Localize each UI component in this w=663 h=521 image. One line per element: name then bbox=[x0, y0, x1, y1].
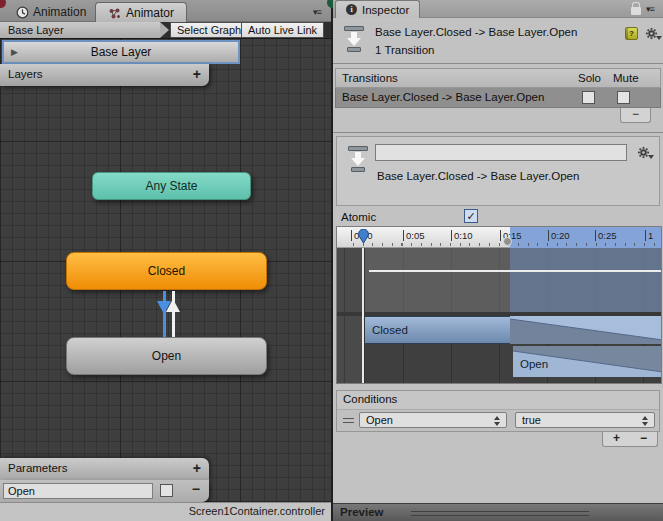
preview-drag-handle-icon[interactable] bbox=[411, 511, 589, 516]
preview-bar[interactable]: Preview bbox=[333, 503, 663, 521]
lock-icon[interactable] bbox=[631, 7, 641, 15]
transition-row-label: Base Layer.Closed -> Base Layer.Open bbox=[342, 88, 544, 106]
layers-footer: Layers + bbox=[0, 64, 209, 86]
help-book-icon[interactable]: ? bbox=[625, 27, 638, 40]
gear-icon[interactable] bbox=[637, 146, 650, 161]
inspector-header: Base Layer.Closed -> Base Layer.Open 1 T… bbox=[333, 18, 663, 64]
animator-panel: Animation Animator ▾≡ Base Layer Select … bbox=[0, 0, 331, 521]
transition-start-marker[interactable] bbox=[503, 237, 512, 246]
tab-animator[interactable]: Animator bbox=[95, 2, 187, 23]
layer-foldout-icon[interactable]: ▶ bbox=[11, 47, 18, 57]
condition-add-remove-bar: + − bbox=[602, 432, 658, 447]
drag-handle-icon[interactable] bbox=[343, 418, 354, 423]
separator bbox=[333, 132, 663, 133]
tab-inspector-label: Inspector bbox=[362, 4, 409, 16]
layer-row-base-layer[interactable]: ▶ Base Layer bbox=[2, 40, 240, 64]
parameters-label: Parameters bbox=[8, 458, 67, 479]
animator-icon bbox=[108, 7, 121, 20]
transition-list-row[interactable]: Base Layer.Closed -> Base Layer.Open bbox=[335, 88, 661, 108]
condition-row: Open true bbox=[337, 410, 659, 431]
tick-label: 0:20 bbox=[548, 230, 570, 241]
condition-value-dropdown[interactable]: true bbox=[515, 412, 655, 428]
solo-column-label: Solo bbox=[578, 69, 601, 87]
timeline-ruler[interactable]: 0:00 0:05 0:10 0:15 0:20 0:25 1 bbox=[337, 227, 661, 248]
clock-icon bbox=[16, 6, 29, 19]
check-icon: ✓ bbox=[466, 210, 475, 222]
gear-caret-icon bbox=[656, 36, 662, 40]
gear-caret-icon bbox=[648, 155, 654, 159]
tick-label: 1 bbox=[645, 230, 653, 241]
remove-transition-button[interactable]: − bbox=[620, 108, 651, 123]
tick-label: 0:25 bbox=[595, 230, 617, 241]
transition-detail-box: Base Layer.Closed -> Base Layer.Open bbox=[336, 136, 660, 206]
transition-arrow-reverse[interactable] bbox=[172, 291, 175, 337]
playhead-icon[interactable] bbox=[358, 229, 369, 244]
dropdown-caret-icon bbox=[642, 416, 649, 426]
closed-fade-wedge bbox=[510, 316, 662, 344]
state-node-open[interactable]: Open bbox=[66, 337, 267, 375]
layers-label: Layers bbox=[8, 64, 43, 85]
playhead-line[interactable] bbox=[362, 248, 364, 383]
transitions-header-label: Transitions bbox=[342, 69, 398, 87]
inspector-tab-bar: i Inspector ▾≡ bbox=[333, 0, 663, 18]
condition-value: true bbox=[522, 414, 541, 426]
blend-weight-line bbox=[369, 270, 661, 272]
remove-parameter-button[interactable]: − bbox=[192, 481, 200, 497]
preview-label: Preview bbox=[340, 504, 383, 521]
conditions-box: Conditions Open true bbox=[336, 390, 660, 432]
mute-column-label: Mute bbox=[613, 69, 639, 87]
tab-inspector[interactable]: i Inspector bbox=[335, 0, 420, 18]
transition-detail-label: Base Layer.Closed -> Base Layer.Open bbox=[377, 170, 579, 182]
state-node-closed[interactable]: Closed bbox=[66, 252, 267, 290]
breadcrumb-chevron-icon bbox=[160, 22, 169, 38]
atomic-checkbox[interactable]: ✓ bbox=[464, 209, 478, 223]
track-label: Closed bbox=[372, 317, 408, 343]
solo-checkbox[interactable] bbox=[582, 91, 595, 104]
parameter-row: − bbox=[0, 480, 209, 502]
dropdown-caret-icon bbox=[494, 416, 501, 426]
breadcrumb[interactable]: Base Layer bbox=[0, 22, 160, 38]
parameter-bool-checkbox[interactable] bbox=[160, 484, 173, 497]
auto-live-link-button[interactable]: Auto Live Link bbox=[241, 22, 324, 38]
tick-label: 0:05 bbox=[403, 230, 425, 241]
transition-title: Base Layer.Closed -> Base Layer.Open bbox=[375, 26, 577, 38]
state-node-any-state[interactable]: Any State bbox=[92, 172, 251, 200]
tick-label: 0:10 bbox=[451, 230, 473, 241]
parameter-name-input[interactable] bbox=[3, 483, 153, 499]
mute-checkbox[interactable] bbox=[617, 91, 630, 104]
add-layer-button[interactable]: + bbox=[193, 64, 201, 85]
inspector-panel: i Inspector ▾≡ Base Layer.Closed -> Base… bbox=[333, 0, 663, 521]
transition-timeline[interactable]: 0:00 0:05 0:10 0:15 0:20 0:25 1 Closed bbox=[336, 226, 662, 384]
transition-icon bbox=[347, 146, 369, 172]
tab-animation[interactable]: Animation bbox=[6, 2, 96, 22]
transition-icon bbox=[343, 26, 365, 52]
gear-icon[interactable] bbox=[645, 27, 658, 42]
select-graph-button[interactable]: Select Graph bbox=[170, 22, 248, 38]
tab-animation-label: Animation bbox=[33, 5, 86, 19]
timeline-body: Closed Open bbox=[337, 248, 661, 383]
transition-count: 1 Transition bbox=[375, 44, 434, 56]
panel-menu-icon[interactable]: ▾≡ bbox=[313, 7, 321, 17]
tab-animator-label: Animator bbox=[126, 6, 174, 20]
track-bar-closed[interactable]: Closed bbox=[365, 316, 510, 344]
animator-tab-bar: Animation Animator ▾≡ bbox=[0, 0, 331, 22]
transition-arrowhead-up-icon bbox=[166, 299, 180, 312]
add-parameter-button[interactable]: + bbox=[193, 458, 201, 479]
atomic-label: Atomic bbox=[341, 211, 376, 223]
layer-name: Base Layer bbox=[91, 45, 152, 59]
condition-parameter-dropdown[interactable]: Open bbox=[359, 412, 507, 428]
parameters-header: Parameters + bbox=[0, 458, 209, 480]
transition-name-input[interactable] bbox=[375, 144, 627, 161]
animator-toolbar: Base Layer Select Graph Auto Live Link bbox=[0, 22, 331, 39]
transition-arrow-selected[interactable] bbox=[163, 291, 166, 337]
conditions-header: Conditions bbox=[337, 391, 659, 410]
transitions-list-header: Transitions Solo Mute bbox=[335, 68, 661, 88]
condition-parameter-value: Open bbox=[366, 414, 393, 426]
info-icon: i bbox=[346, 4, 357, 15]
transition-region-overlay bbox=[510, 248, 661, 312]
remove-condition-button[interactable]: − bbox=[640, 432, 647, 446]
add-condition-button[interactable]: + bbox=[613, 432, 620, 446]
inspector-menu-icon[interactable]: ▾≡ bbox=[646, 4, 654, 14]
controller-status-bar: Screen1Container.controller bbox=[0, 502, 331, 521]
track-label: Open bbox=[520, 358, 548, 370]
